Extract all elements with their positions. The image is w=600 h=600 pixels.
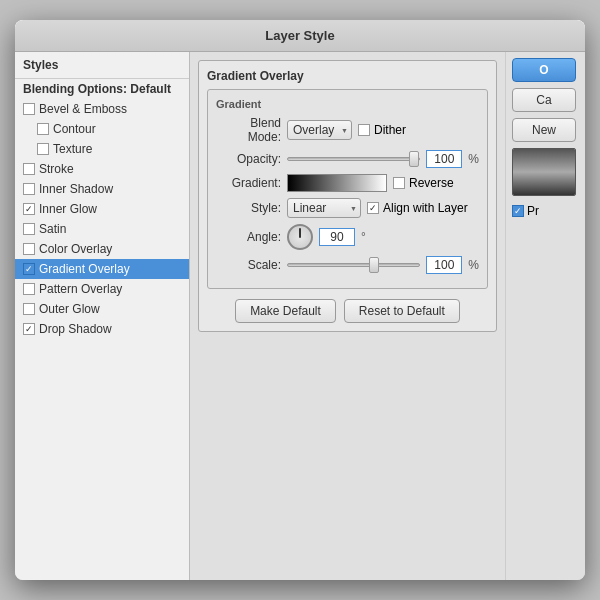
dialog-title: Layer Style: [265, 28, 334, 43]
scale-input[interactable]: [426, 256, 462, 274]
ok-button[interactable]: O: [512, 58, 576, 82]
inner-glow-label: Inner Glow: [39, 202, 97, 216]
gradient-overlay-label: Gradient Overlay: [39, 262, 130, 276]
contour-label: Contour: [53, 122, 96, 136]
dialog-title-bar: Layer Style: [15, 20, 585, 52]
style-label: Style:: [216, 201, 281, 215]
align-label: Align with Layer: [383, 201, 468, 215]
main-panel: Gradient Overlay Gradient Blend Mode: Ov…: [190, 52, 505, 580]
reverse-checkbox[interactable]: [393, 177, 405, 189]
dither-row: Dither: [358, 123, 406, 137]
gradient-overlay-section: Gradient Overlay Gradient Blend Mode: Ov…: [198, 60, 497, 332]
angle-dial[interactable]: [287, 224, 313, 250]
styles-panel: Styles Blending Options: Default Bevel &…: [15, 52, 190, 580]
satin-checkbox[interactable]: [23, 223, 35, 235]
sidebar-item-gradient-overlay[interactable]: Gradient Overlay: [15, 259, 189, 279]
angle-input[interactable]: [319, 228, 355, 246]
reverse-label: Reverse: [409, 176, 454, 190]
new-button[interactable]: New: [512, 118, 576, 142]
dither-label: Dither: [374, 123, 406, 137]
cancel-button[interactable]: Ca: [512, 88, 576, 112]
make-default-button[interactable]: Make Default: [235, 299, 336, 323]
outer-glow-checkbox[interactable]: [23, 303, 35, 315]
sidebar-item-bevel[interactable]: Bevel & Emboss: [15, 99, 189, 119]
opacity-label: Opacity:: [216, 152, 281, 166]
preview-inner: [513, 149, 575, 195]
preview-box: [512, 148, 576, 196]
align-row: Align with Layer: [367, 201, 468, 215]
sidebar-item-contour[interactable]: Contour: [15, 119, 189, 139]
bevel-label: Bevel & Emboss: [39, 102, 127, 116]
pattern-overlay-checkbox[interactable]: [23, 283, 35, 295]
stroke-checkbox[interactable]: [23, 163, 35, 175]
gradient-row: Gradient: Reverse: [216, 174, 479, 192]
sidebar-item-stroke[interactable]: Stroke: [15, 159, 189, 179]
stroke-label: Stroke: [39, 162, 74, 176]
sidebar-item-inner-glow[interactable]: Inner Glow: [15, 199, 189, 219]
align-checkbox[interactable]: [367, 202, 379, 214]
angle-row: Angle: °: [216, 224, 479, 250]
sidebar-item-blending[interactable]: Blending Options: Default: [15, 79, 189, 99]
inner-shadow-label: Inner Shadow: [39, 182, 113, 196]
scale-unit: %: [468, 258, 479, 272]
opacity-unit: %: [468, 152, 479, 166]
drop-shadow-label: Drop Shadow: [39, 322, 112, 336]
sidebar-item-satin[interactable]: Satin: [15, 219, 189, 239]
style-select[interactable]: Linear Radial Angle Reflected Diamond: [287, 198, 361, 218]
color-overlay-checkbox[interactable]: [23, 243, 35, 255]
preview-label: Pr: [527, 204, 539, 218]
blend-mode-row: Blend Mode: Overlay Normal Multiply Scre…: [216, 116, 479, 144]
preview-checkbox-row: Pr: [512, 204, 579, 218]
angle-unit: °: [361, 230, 366, 244]
texture-label: Texture: [53, 142, 92, 156]
contour-checkbox[interactable]: [37, 123, 49, 135]
scale-slider[interactable]: [287, 263, 420, 267]
gradient-preview[interactable]: [287, 174, 387, 192]
layer-style-dialog: Layer Style Styles Blending Options: Def…: [15, 20, 585, 580]
drop-shadow-checkbox[interactable]: [23, 323, 35, 335]
bevel-checkbox[interactable]: [23, 103, 35, 115]
color-overlay-label: Color Overlay: [39, 242, 112, 256]
opacity-row: Opacity: %: [216, 150, 479, 168]
style-select-wrapper: Linear Radial Angle Reflected Diamond: [287, 198, 361, 218]
reverse-row: Reverse: [393, 176, 454, 190]
section-title: Gradient Overlay: [207, 69, 488, 83]
angle-label: Angle:: [216, 230, 281, 244]
sidebar-item-texture[interactable]: Texture: [15, 139, 189, 159]
outer-glow-label: Outer Glow: [39, 302, 100, 316]
sidebar-item-pattern-overlay[interactable]: Pattern Overlay: [15, 279, 189, 299]
blend-mode-select-wrapper: Overlay Normal Multiply Screen: [287, 120, 352, 140]
texture-checkbox[interactable]: [37, 143, 49, 155]
dialog-body: Styles Blending Options: Default Bevel &…: [15, 52, 585, 580]
preview-checkbox[interactable]: [512, 205, 524, 217]
opacity-slider[interactable]: [287, 157, 420, 161]
pattern-overlay-label: Pattern Overlay: [39, 282, 122, 296]
gradient-overlay-checkbox[interactable]: [23, 263, 35, 275]
blend-mode-select[interactable]: Overlay Normal Multiply Screen: [287, 120, 352, 140]
sidebar-item-color-overlay[interactable]: Color Overlay: [15, 239, 189, 259]
satin-label: Satin: [39, 222, 66, 236]
sidebar-item-inner-shadow[interactable]: Inner Shadow: [15, 179, 189, 199]
sub-section-title: Gradient: [216, 98, 479, 110]
right-panel: O Ca New Pr: [505, 52, 585, 580]
blending-label: Blending Options: Default: [23, 82, 171, 96]
opacity-input[interactable]: [426, 150, 462, 168]
blend-mode-label: Blend Mode:: [216, 116, 281, 144]
sidebar-item-drop-shadow[interactable]: Drop Shadow: [15, 319, 189, 339]
style-row: Style: Linear Radial Angle Reflected Dia…: [216, 198, 479, 218]
angle-indicator: [299, 228, 301, 238]
scale-slider-container: [287, 263, 420, 267]
scale-row: Scale: %: [216, 256, 479, 274]
inner-shadow-checkbox[interactable]: [23, 183, 35, 195]
reset-default-button[interactable]: Reset to Default: [344, 299, 460, 323]
gradient-label: Gradient:: [216, 176, 281, 190]
styles-panel-header: Styles: [15, 52, 189, 79]
scale-label: Scale:: [216, 258, 281, 272]
inner-glow-checkbox[interactable]: [23, 203, 35, 215]
dither-checkbox[interactable]: [358, 124, 370, 136]
action-buttons-row: Make Default Reset to Default: [207, 299, 488, 323]
opacity-slider-container: [287, 157, 420, 161]
sidebar-item-outer-glow[interactable]: Outer Glow: [15, 299, 189, 319]
